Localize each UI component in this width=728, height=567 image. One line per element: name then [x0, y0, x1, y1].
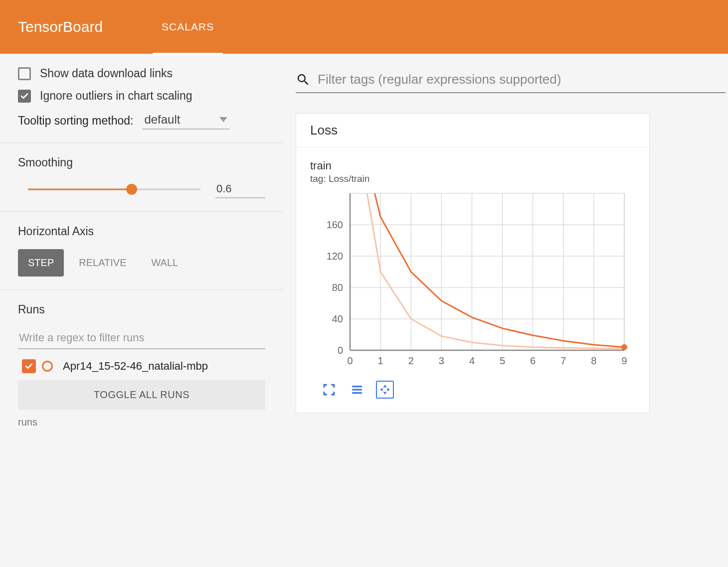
axis-step-button[interactable]: STEP — [18, 249, 64, 277]
runs-caption: runs — [18, 417, 265, 428]
svg-text:0: 0 — [347, 355, 353, 366]
chart-toolbar — [310, 381, 635, 399]
svg-text:8: 8 — [591, 355, 596, 366]
svg-text:7: 7 — [560, 355, 566, 366]
chart-title: train — [310, 159, 635, 172]
dropdown-value: default — [144, 113, 180, 127]
svg-point-19 — [621, 344, 627, 350]
toggle-all-runs-button[interactable]: TOGGLE ALL RUNS — [18, 380, 265, 410]
tab-scalars[interactable]: SCALARS — [153, 1, 223, 55]
option-label: Show data download links — [40, 67, 173, 80]
option-label: Ignore outliers in chart scaling — [40, 89, 192, 103]
app-title: TensorBoard — [18, 18, 103, 35]
tooltip-sort-label: Tooltip sorting method: — [18, 114, 133, 128]
svg-text:6: 6 — [530, 355, 536, 366]
svg-text:3: 3 — [439, 355, 444, 366]
smoothing-slider[interactable] — [28, 182, 200, 197]
option-ignore-outliers[interactable]: Ignore outliers in chart scaling — [18, 89, 265, 103]
run-checkbox[interactable] — [22, 359, 36, 373]
runs-filter-input[interactable] — [18, 327, 265, 349]
run-name-label: Apr14_15-52-46_natalial-mbp — [63, 360, 208, 373]
svg-rect-15 — [350, 193, 624, 350]
card-title: Loss — [296, 114, 649, 147]
horizontal-axis-label: Horizontal Axis — [18, 225, 265, 238]
chart-plot[interactable]: 012345678904080120160 — [310, 188, 634, 373]
svg-text:0: 0 — [338, 345, 343, 356]
svg-text:120: 120 — [327, 251, 343, 262]
content-area: Loss train tag: Loss/train 0123456789040… — [283, 54, 728, 441]
expand-icon[interactable] — [320, 381, 338, 399]
smoothing-label: Smoothing — [18, 156, 265, 169]
chart-tag: tag: Loss/train — [310, 173, 635, 184]
run-item: Apr14_15-52-46_natalial-mbp — [18, 359, 265, 373]
slider-fill — [28, 189, 132, 190]
axis-wall-button[interactable]: WALL — [141, 249, 188, 277]
tag-filter-row — [296, 69, 726, 93]
search-icon — [296, 72, 311, 87]
menu-icon[interactable] — [348, 381, 366, 399]
run-color-swatch[interactable] — [42, 361, 53, 372]
svg-text:9: 9 — [621, 355, 627, 366]
svg-text:4: 4 — [469, 355, 475, 366]
checkbox-unchecked-icon — [18, 67, 31, 80]
svg-text:80: 80 — [332, 282, 343, 293]
tooltip-sort-dropdown[interactable]: default — [142, 112, 229, 130]
svg-text:160: 160 — [327, 219, 343, 230]
svg-text:5: 5 — [500, 355, 505, 366]
app-header: TensorBoard SCALARS — [0, 0, 728, 54]
chevron-down-icon — [219, 117, 227, 122]
slider-thumb[interactable] — [126, 184, 137, 195]
checkbox-checked-icon — [18, 90, 31, 103]
option-show-download-links[interactable]: Show data download links — [18, 67, 265, 80]
smoothing-input[interactable] — [215, 180, 265, 198]
fit-icon[interactable] — [376, 381, 394, 399]
runs-label: Runs — [18, 303, 265, 316]
axis-relative-button[interactable]: RELATIVE — [69, 249, 136, 277]
scalar-card: Loss train tag: Loss/train 0123456789040… — [296, 113, 650, 413]
tag-filter-input[interactable] — [318, 72, 726, 87]
svg-text:40: 40 — [332, 313, 343, 324]
svg-text:2: 2 — [408, 355, 414, 366]
horizontal-axis-group: STEP RELATIVE WALL — [18, 249, 265, 277]
svg-text:1: 1 — [378, 355, 383, 366]
sidebar: Show data download links Ignore outliers… — [0, 54, 283, 441]
